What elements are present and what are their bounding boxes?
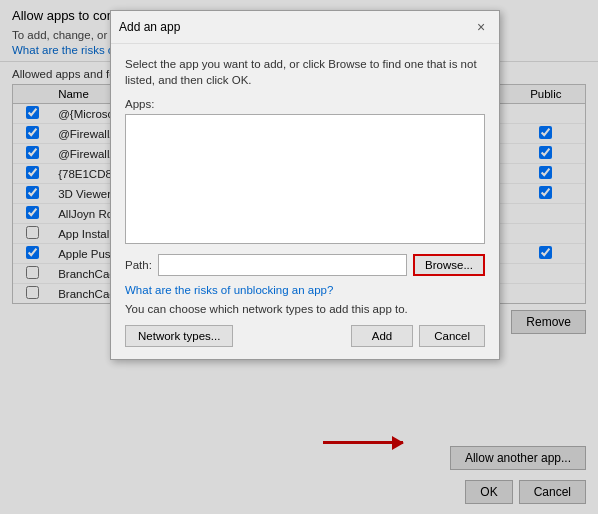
apps-listbox[interactable] — [125, 114, 485, 244]
add-button[interactable]: Add — [351, 325, 413, 347]
dialog-cancel-button[interactable]: Cancel — [419, 325, 485, 347]
network-info: You can choose which network types to ad… — [125, 303, 485, 315]
path-input[interactable] — [158, 254, 407, 276]
dialog-instruction: Select the app you want to add, or click… — [125, 56, 485, 88]
add-app-dialog: Add an app × Select the app you want to … — [110, 10, 500, 360]
path-label: Path: — [125, 259, 152, 271]
browse-button[interactable]: Browse... — [413, 254, 485, 276]
dialog-title: Add an app — [119, 20, 180, 34]
dialog-buttons: Network types... Add Cancel — [125, 325, 485, 347]
path-row: Path: Browse... — [125, 254, 485, 276]
network-types-button[interactable]: Network types... — [125, 325, 233, 347]
dialog-title-bar: Add an app × — [111, 11, 499, 44]
dialog-body: Select the app you want to add, or click… — [111, 44, 499, 359]
unblocking-risks-link[interactable]: What are the risks of unblocking an app? — [125, 284, 333, 296]
dialog-close-button[interactable]: × — [471, 17, 491, 37]
apps-label: Apps: — [125, 98, 485, 110]
